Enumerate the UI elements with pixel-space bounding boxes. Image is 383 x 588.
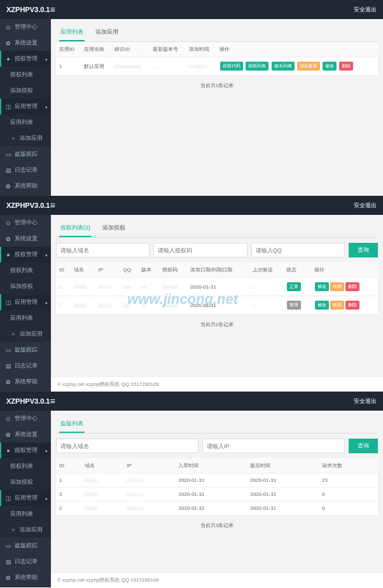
menu-toggle-icon[interactable]: ≡ [50, 200, 55, 210]
cell: xxx [120, 296, 138, 315]
gear-icon: ✿ [5, 432, 11, 438]
sidebar: ⊙管理中心 ✿系统设置 ●授权管理▴ 授权列表 添加授权 ◫应用管理▴ 应用列表… [0, 411, 51, 587]
sidebar-item-add-app[interactable]: +添加应用 [0, 326, 51, 342]
action-version-list[interactable]: 版本列表 [272, 62, 295, 71]
tab-auth-list[interactable]: 授权列表(2) [59, 220, 92, 237]
cell: xxxxxx [159, 278, 187, 296]
piracy-table: ID 域名 IP 入库时间 最后时间 请求次数 1xxxxxxx.x.x.x20… [56, 458, 378, 516]
cell: 2020-01-31 [247, 474, 319, 488]
th: IP [95, 263, 120, 278]
action-edit[interactable]: 修改 [315, 282, 329, 291]
action-auth-list[interactable]: 授权列表 [246, 62, 268, 71]
search-domain[interactable] [56, 243, 150, 257]
sidebar-item-add-app[interactable]: +添加应用 [0, 130, 51, 146]
action-force-update[interactable]: 强制更新 [297, 62, 320, 71]
action-edit[interactable]: 修改 [323, 62, 337, 71]
chevron-up-icon: ▴ [45, 448, 48, 453]
th: 上次验证 [249, 263, 284, 278]
menu-toggle-icon[interactable]: ≡ [50, 4, 55, 15]
sidebar-item-help[interactable]: ✿系统帮助 [0, 178, 51, 194]
sidebar-item-add-auth[interactable]: 添加授权 [0, 278, 51, 294]
sidebar-label: 添加授权 [10, 86, 33, 95]
action-delete[interactable]: 删除 [345, 282, 359, 291]
th: 操作 [311, 263, 378, 278]
action-edit[interactable]: 修改 [315, 301, 329, 310]
sidebar-item-add-auth[interactable]: 添加授权 [0, 474, 51, 490]
dot-icon: ● [5, 56, 11, 62]
th-name: 应用名称 [81, 42, 111, 57]
action-delete[interactable]: 删除 [345, 301, 359, 310]
sidebar-item-app-list[interactable]: 应用列表 [0, 506, 51, 522]
sidebar-item-help[interactable]: ✿系统帮助 [0, 374, 51, 390]
gear-icon: ✿ [5, 236, 11, 242]
sidebar-item-admin[interactable]: ⊙管理中心 [0, 19, 51, 35]
sidebar-item-admin[interactable]: ⊙管理中心 [0, 411, 51, 427]
action-auth-code[interactable]: 授权代码 [220, 62, 243, 71]
sidebar-item-piracy[interactable]: ▭盗版跟踪 [0, 342, 51, 358]
grid-icon: ◫ [5, 495, 11, 502]
chevron-up-icon: ▴ [45, 496, 48, 501]
sidebar-item-admin[interactable]: ⊙管理中心 [0, 215, 51, 231]
gear-icon: ✿ [5, 183, 11, 189]
tab-add-app[interactable]: 添加应用 [94, 24, 120, 41]
cell: xxxxxx [159, 296, 187, 315]
tab-piracy-list[interactable]: 盗版列表 [59, 416, 85, 433]
home-icon: ⊙ [5, 416, 11, 422]
search-ip[interactable] [202, 439, 345, 453]
th: 入库时间 [175, 458, 247, 474]
app-table: 应用ID 应用名称 标识ID 最新版本号 添加时间 操作 1 默认应用 Cxxx… [56, 42, 378, 76]
sidebar-item-settings[interactable]: ✿系统设置 [0, 231, 51, 247]
sidebar-item-auth[interactable]: ●授权管理▴ [0, 247, 51, 263]
sidebar-item-auth[interactable]: ●授权管理▴ [0, 51, 51, 67]
sidebar-item-logs[interactable]: ▤日志记录 [0, 162, 51, 178]
sidebar-item-auth-list[interactable]: 授权列表 [0, 458, 51, 474]
sidebar-item-piracy[interactable]: ▭盗版跟踪 [0, 538, 51, 554]
cell: xxxxx [71, 296, 95, 315]
sidebar-label: 盗版跟踪 [15, 346, 38, 354]
sidebar-item-app-list[interactable]: 应用列表 [0, 310, 51, 326]
sidebar-item-logs[interactable]: ▤日志记录 [0, 554, 51, 570]
sidebar-item-settings[interactable]: ✿系统设置 [0, 35, 51, 51]
logout-link[interactable]: 安全退出 [354, 397, 377, 406]
tab-app-list[interactable]: 应用列表 [59, 24, 85, 41]
cell: 0 [319, 502, 378, 516]
search-domain[interactable] [56, 439, 198, 453]
sidebar-item-settings[interactable]: ✿系统设置 [0, 427, 51, 442]
cell: x [56, 296, 71, 315]
sidebar-item-exit[interactable]: ↪安全退出 [0, 585, 51, 587]
th: 状态 [283, 263, 311, 278]
sidebar-item-piracy[interactable]: ▭盗版跟踪 [0, 146, 51, 162]
sidebar-item-app[interactable]: ◫应用管理▴ [0, 99, 51, 114]
sidebar-label: 添加应用 [20, 330, 43, 338]
sidebar-item-auth-list[interactable]: 授权列表 [0, 67, 51, 83]
cell: 2020-01-31 [175, 474, 247, 488]
record-summary: 当前共3条记录 [56, 516, 378, 535]
th: 请求次数 [319, 458, 378, 474]
action-renew[interactable]: 续期 [330, 301, 344, 310]
logout-link[interactable]: 安全退出 [354, 202, 377, 210]
sidebar-item-add-auth[interactable]: 添加授权 [0, 83, 51, 99]
search-button[interactable]: 查询 [349, 243, 378, 257]
search-qq[interactable] [251, 243, 345, 257]
search-authcode[interactable] [153, 243, 247, 257]
search-button[interactable]: 查询 [349, 439, 378, 453]
sidebar-item-auth-list[interactable]: 授权列表 [0, 263, 51, 278]
cell: xx.x.x.x [123, 488, 175, 502]
cell: 0 [319, 488, 378, 502]
menu-toggle-icon[interactable]: ≡ [50, 396, 55, 406]
tab-add-auth[interactable]: 添加授权 [101, 220, 127, 237]
sidebar-item-app[interactable]: ◫应用管理▴ [0, 294, 51, 310]
logout-link[interactable]: 安全退出 [354, 6, 377, 14]
cell-time: x xxxx x [186, 57, 216, 76]
action-delete[interactable]: 删除 [339, 62, 353, 71]
record-summary: 当前共1条记录 [56, 76, 378, 95]
sidebar-item-add-app[interactable]: +添加应用 [0, 522, 51, 538]
sidebar-item-app[interactable]: ◫应用管理▴ [0, 490, 51, 506]
tabs: 盗版列表 [56, 416, 378, 434]
sidebar-item-auth[interactable]: ●授权管理▴ [0, 442, 51, 458]
action-renew[interactable]: 续期 [330, 282, 344, 291]
sidebar-item-help[interactable]: ✿系统帮助 [0, 570, 51, 585]
sidebar-item-logs[interactable]: ▤日志记录 [0, 358, 51, 374]
sidebar-item-app-list[interactable]: 应用列表 [0, 114, 51, 130]
grid-icon: ◫ [5, 299, 11, 306]
